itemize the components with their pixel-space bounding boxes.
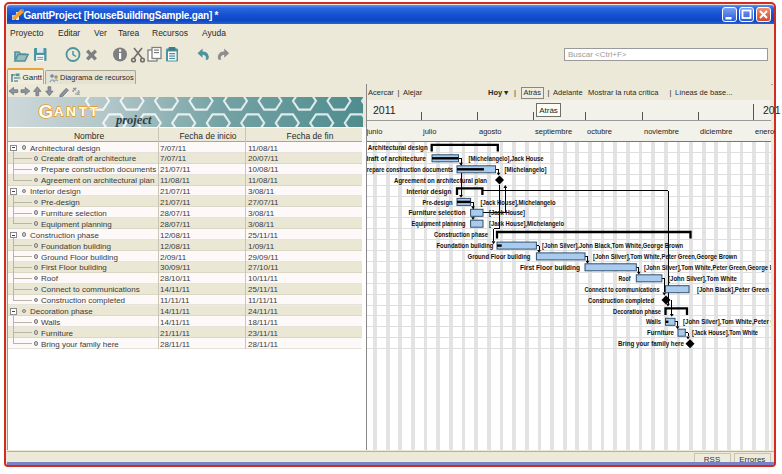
svg-text:[John Black],Peter Green: [John Black],Peter Green bbox=[697, 285, 769, 294]
svg-text:[John Silver],Tom White,Peter: [John Silver],Tom White,Peter Green bbox=[683, 317, 771, 326]
svg-text:Pre-design: Pre-design bbox=[423, 198, 453, 207]
svg-text:[John Silver],Tom White: [John Silver],Tom White bbox=[668, 274, 737, 283]
svg-text:Construction completed: Construction completed bbox=[588, 296, 654, 305]
svg-text:[John Silver],Tom White,Peter: [John Silver],Tom White,Peter Green,Geor… bbox=[593, 252, 737, 261]
svg-text:[Jack House]: [Jack House] bbox=[489, 208, 525, 217]
svg-text:[Jack House],Michelangelo: [Jack House],Michelangelo bbox=[489, 219, 564, 228]
svg-text:[Jack House],Tom White: [Jack House],Tom White bbox=[692, 328, 758, 337]
svg-text:Connect to communications: Connect to communications bbox=[585, 285, 660, 294]
svg-text:Equipment planning: Equipment planning bbox=[412, 219, 466, 228]
svg-text:[Michelangelo],Jack House: [Michelangelo],Jack House bbox=[469, 154, 544, 163]
svg-text:Walls: Walls bbox=[646, 317, 661, 326]
svg-text:Furniture selection: Furniture selection bbox=[409, 208, 466, 217]
svg-text:Bring your family here: Bring your family here bbox=[618, 339, 684, 348]
svg-text:First Floor building: First Floor building bbox=[520, 263, 580, 272]
svg-text:Agreement on architectural pla: Agreement on architectural plan bbox=[394, 176, 487, 185]
svg-text:G: G bbox=[38, 101, 53, 122]
svg-text:Foundation building: Foundation building bbox=[437, 241, 494, 250]
svg-text:Decoration phase: Decoration phase bbox=[613, 307, 661, 316]
svg-text:Architectural design: Architectural design bbox=[368, 143, 428, 152]
svg-text:[Michelangelo]: [Michelangelo] bbox=[505, 165, 547, 174]
svg-text:[John Silver],John Black,Tom W: [John Silver],John Black,Tom White,Georg… bbox=[542, 241, 683, 250]
svg-text:Furniture: Furniture bbox=[647, 328, 674, 337]
svg-text:ANTT: ANTT bbox=[54, 104, 100, 119]
svg-text:Roof: Roof bbox=[619, 274, 631, 283]
svg-text:Interior design: Interior design bbox=[407, 187, 452, 196]
svg-text:Construction phase: Construction phase bbox=[434, 230, 488, 239]
svg-text:Create draft of architecture: Create draft of architecture bbox=[366, 154, 426, 163]
svg-text:project: project bbox=[115, 113, 152, 127]
svg-text:Ground Floor building: Ground Floor building bbox=[468, 252, 531, 261]
svg-text:Prepare construction documents: Prepare construction documents bbox=[366, 165, 453, 174]
svg-text:[John Silver],Tom White,Peter: [John Silver],Tom White,Peter Green,Geor… bbox=[644, 263, 771, 272]
svg-text:[Jack House],Michelangelo: [Jack House],Michelangelo bbox=[481, 198, 556, 207]
